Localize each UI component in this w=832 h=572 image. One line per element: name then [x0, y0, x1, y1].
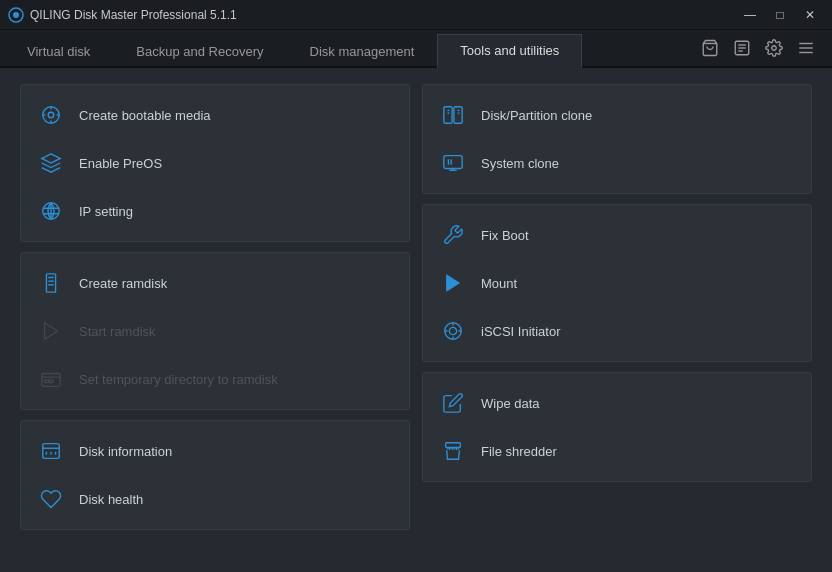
right-column: Disk/Partition clone System clone	[422, 84, 812, 556]
tab-disk-management[interactable]: Disk management	[287, 34, 438, 68]
iscsi-icon	[439, 317, 467, 345]
svg-rect-26	[49, 380, 53, 383]
tab-tools-utilities[interactable]: Tools and utilities	[437, 34, 582, 68]
create-bootable-media-item[interactable]: Create bootable media	[21, 91, 409, 139]
list-icon[interactable]	[728, 34, 756, 62]
window-controls: — □ ✕	[736, 5, 824, 25]
diskinfo-panel: Disk information Disk health	[20, 420, 410, 530]
create-bootable-media-label: Create bootable media	[79, 108, 211, 123]
wipe-icon	[439, 389, 467, 417]
svg-rect-25	[45, 380, 49, 383]
svg-rect-27	[43, 444, 60, 459]
file-shredder-label: File shredder	[481, 444, 557, 459]
ip-icon	[37, 197, 65, 225]
left-column: Create bootable media Enable PreOS	[20, 84, 410, 556]
system-clone-item[interactable]: System clone	[423, 139, 811, 187]
menu-icon[interactable]	[792, 34, 820, 62]
mount-icon	[439, 269, 467, 297]
shredder-icon	[439, 437, 467, 465]
create-ramdisk-item[interactable]: Create ramdisk	[21, 259, 409, 307]
close-button[interactable]: ✕	[796, 5, 824, 25]
create-ramdisk-label: Create ramdisk	[79, 276, 167, 291]
play-icon	[37, 317, 65, 345]
minimize-button[interactable]: —	[736, 5, 764, 25]
preos-icon	[37, 149, 65, 177]
bootable-icon	[37, 101, 65, 129]
set-tmpdir-label: Set temporary directory to ramdisk	[79, 372, 278, 387]
cart-icon[interactable]	[696, 34, 724, 62]
ip-setting-label: IP setting	[79, 204, 133, 219]
sysclone-icon	[439, 149, 467, 177]
app-title: QILING Disk Master Professional 5.1.1	[30, 8, 736, 22]
mount-label: Mount	[481, 276, 517, 291]
gear-icon[interactable]	[760, 34, 788, 62]
svg-point-45	[449, 327, 456, 334]
main-content: Create bootable media Enable PreOS	[0, 68, 832, 572]
start-ramdisk-item: Start ramdisk	[21, 307, 409, 355]
clone-panel: Disk/Partition clone System clone	[422, 84, 812, 194]
file-shredder-item[interactable]: File shredder	[423, 427, 811, 475]
svg-point-1	[13, 12, 19, 18]
ramdisk-icon	[37, 269, 65, 297]
mount-item[interactable]: Mount	[423, 259, 811, 307]
fix-boot-label: Fix Boot	[481, 228, 529, 243]
tab-backup-recovery[interactable]: Backup and Recovery	[113, 34, 286, 68]
app-logo	[8, 7, 24, 23]
svg-point-7	[772, 46, 777, 51]
fix-boot-item[interactable]: Fix Boot	[423, 211, 811, 259]
disk-health-item[interactable]: Disk health	[21, 475, 409, 523]
disk-information-label: Disk information	[79, 444, 172, 459]
wipe-data-item[interactable]: Wipe data	[423, 379, 811, 427]
svg-rect-38	[444, 156, 462, 169]
tools-panel: Create bootable media Enable PreOS	[20, 84, 410, 242]
tabbar: Virtual disk Backup and Recovery Disk ma…	[0, 30, 832, 68]
svg-rect-32	[444, 107, 452, 124]
svg-marker-43	[447, 275, 460, 292]
disk-health-label: Disk health	[79, 492, 143, 507]
iscsi-item[interactable]: iSCSI Initiator	[423, 307, 811, 355]
clone-icon	[439, 101, 467, 129]
enable-preos-label: Enable PreOS	[79, 156, 162, 171]
wipe-data-label: Wipe data	[481, 396, 540, 411]
maximize-button[interactable]: □	[766, 5, 794, 25]
set-tmpdir-item: Set temporary directory to ramdisk	[21, 355, 409, 403]
svg-rect-46	[446, 443, 461, 448]
tab-virtual-disk[interactable]: Virtual disk	[4, 34, 113, 68]
svg-rect-33	[454, 107, 462, 124]
titlebar: QILING Disk Master Professional 5.1.1 — …	[0, 0, 832, 30]
wipe-panel: Wipe data File shredder	[422, 372, 812, 482]
toolbar-icons	[696, 34, 828, 66]
svg-rect-19	[46, 274, 55, 292]
fixboot-icon	[439, 221, 467, 249]
disk-information-item[interactable]: Disk information	[21, 427, 409, 475]
diskhealth-icon	[37, 485, 65, 513]
system-clone-label: System clone	[481, 156, 559, 171]
enable-preos-item[interactable]: Enable PreOS	[21, 139, 409, 187]
boot-panel: Fix Boot Mount	[422, 204, 812, 362]
disk-partition-clone-item[interactable]: Disk/Partition clone	[423, 91, 811, 139]
ramdisk-panel: Create ramdisk Start ramdisk	[20, 252, 410, 410]
ip-setting-item[interactable]: IP setting	[21, 187, 409, 235]
disk-partition-clone-label: Disk/Partition clone	[481, 108, 592, 123]
start-ramdisk-label: Start ramdisk	[79, 324, 156, 339]
svg-marker-23	[45, 323, 58, 340]
iscsi-label: iSCSI Initiator	[481, 324, 560, 339]
tmpdir-icon	[37, 365, 65, 393]
svg-point-12	[48, 112, 54, 118]
diskinfo-icon	[37, 437, 65, 465]
